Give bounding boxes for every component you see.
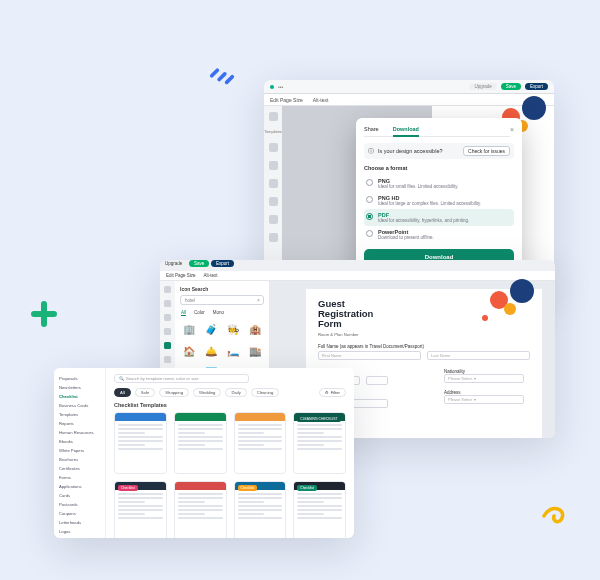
radio-icon xyxy=(366,179,373,186)
rail-elements-icon[interactable] xyxy=(269,143,278,152)
category-item[interactable]: Templates xyxy=(59,410,100,419)
rail-icons-icon[interactable] xyxy=(269,197,278,206)
save-button[interactable]: Save xyxy=(501,83,521,90)
radio-icon xyxy=(366,230,373,237)
category-item[interactable]: Newsletters xyxy=(59,383,100,392)
icon-result[interactable]: 🏬 xyxy=(245,342,264,361)
save-button[interactable]: Save xyxy=(189,260,209,267)
nationality-select[interactable]: Please Select ▾ xyxy=(444,374,524,383)
filter-chip[interactable]: Cleaning xyxy=(251,388,280,397)
icon-result[interactable]: 🛎️ xyxy=(202,342,221,361)
category-item[interactable]: Cards xyxy=(59,491,100,500)
filter-chip-row: AllSafeShoppingWeddingDailyCleaning ⚙Fil… xyxy=(114,388,346,397)
filter-all[interactable]: All xyxy=(181,310,186,316)
topbar-breadcrumb: ••• xyxy=(278,84,283,90)
category-item[interactable]: Postcards xyxy=(59,500,100,509)
filter-color[interactable]: Color xyxy=(194,310,205,316)
rail-images-icon[interactable] xyxy=(164,328,171,335)
upgrade-pill[interactable]: Upgrade xyxy=(469,83,496,90)
format-option-powerpoint[interactable]: PowerPoint Download to present offline. xyxy=(364,226,514,243)
rail-charts-icon[interactable] xyxy=(269,215,278,224)
icon-result[interactable]: 🏨 xyxy=(245,320,264,339)
rail-charts-icon[interactable] xyxy=(164,356,171,363)
icon-result[interactable]: 🧳 xyxy=(202,320,221,339)
rail-elements-icon[interactable] xyxy=(164,300,171,307)
category-item[interactable]: White Papers xyxy=(59,446,100,455)
filter-button[interactable]: ⚙Filter xyxy=(319,388,346,397)
search-icon: 🔍 xyxy=(119,376,124,381)
category-item[interactable]: Certificates xyxy=(59,464,100,473)
accessibility-question: Is your design accessible? xyxy=(378,148,443,154)
upgrade-pill[interactable]: Upgrade xyxy=(160,260,187,267)
filter-chip[interactable]: Daily xyxy=(225,388,246,397)
filter-chip[interactable]: Shopping xyxy=(159,388,189,397)
dob-year-input[interactable] xyxy=(366,376,388,385)
close-icon[interactable]: × xyxy=(510,126,514,133)
format-option-png[interactable]: PNG Ideal for small files. Limited acces… xyxy=(364,175,514,192)
window-toolbar: Edit Page Size Alt-text xyxy=(264,94,554,106)
icon-result[interactable]: 🏠 xyxy=(180,342,199,361)
template-card[interactable]: Checklist xyxy=(234,481,287,538)
template-card[interactable] xyxy=(174,412,227,474)
template-search-input[interactable]: 🔍 Search by template name, color or size xyxy=(114,374,249,383)
alt-text-button[interactable]: Alt-text xyxy=(313,97,329,103)
alt-text-button[interactable]: Alt-text xyxy=(204,273,218,278)
filter-chip[interactable]: All xyxy=(114,388,131,397)
icon-result[interactable]: 🛏️ xyxy=(224,342,243,361)
category-item[interactable]: Letterheads xyxy=(59,518,100,527)
category-item[interactable]: Ebooks xyxy=(59,437,100,446)
filter-chip[interactable]: Wedding xyxy=(193,388,221,397)
tab-share[interactable]: Share xyxy=(364,126,379,132)
filter-chip[interactable]: Safe xyxy=(135,388,156,397)
template-card[interactable] xyxy=(234,412,287,474)
template-card[interactable]: Checklist xyxy=(114,481,167,538)
category-item[interactable]: Checklist xyxy=(59,392,100,401)
rail-text-icon[interactable] xyxy=(164,314,171,321)
template-card[interactable] xyxy=(174,481,227,538)
export-button[interactable]: Export xyxy=(211,260,234,267)
rail-images-icon[interactable] xyxy=(269,179,278,188)
edit-page-size-button[interactable]: Edit Page Size xyxy=(270,97,303,103)
icon-result[interactable]: 🧑‍🍳 xyxy=(224,320,243,339)
last-name-input[interactable]: Last Name xyxy=(427,351,530,360)
radio-icon xyxy=(366,213,373,220)
category-item[interactable]: Business Cards xyxy=(59,401,100,410)
card-tag: Checklist xyxy=(297,485,317,491)
icon-result[interactable]: 🏢 xyxy=(180,320,199,339)
category-item[interactable]: Reports xyxy=(59,419,100,428)
template-card[interactable] xyxy=(114,412,167,474)
format-option-pdf[interactable]: PDF Ideal for accessibility, hyperlinks,… xyxy=(364,209,514,226)
address-select[interactable]: Please Select ▾ xyxy=(444,395,524,404)
category-item[interactable]: Brochures xyxy=(59,455,100,464)
format-option-png-hd[interactable]: PNG HD Ideal for large or complex files.… xyxy=(364,192,514,209)
decoration-plus xyxy=(30,300,58,328)
category-item[interactable]: Forms xyxy=(59,473,100,482)
radio-icon xyxy=(366,196,373,203)
tab-download[interactable]: Download xyxy=(393,126,419,137)
category-item[interactable]: Logos xyxy=(59,527,100,536)
template-card[interactable]: Checklist xyxy=(293,481,346,538)
rail-maps-icon[interactable] xyxy=(269,233,278,242)
accessibility-row: ⓘ Is your design accessible? Check for i… xyxy=(364,143,514,159)
card-tag: Checklist xyxy=(118,485,138,491)
export-button[interactable]: Export xyxy=(525,83,548,90)
category-item[interactable]: Human Resources xyxy=(59,428,100,437)
decoration-squiggle xyxy=(208,60,236,86)
category-item[interactable]: Proposals xyxy=(59,374,100,383)
first-name-input[interactable]: First Name xyxy=(318,351,421,360)
filter-mono[interactable]: Mono xyxy=(213,310,224,316)
category-item[interactable]: Applications xyxy=(59,482,100,491)
template-card[interactable]: CLEANING CHECKLIST xyxy=(293,412,346,474)
icon-filter-tabs: All Color Mono xyxy=(181,310,263,316)
category-item[interactable]: Coupons xyxy=(59,509,100,518)
clear-icon[interactable]: × xyxy=(257,297,260,303)
icon-search-input[interactable]: hotel × xyxy=(180,295,264,305)
rail-icons-icon[interactable] xyxy=(164,342,171,349)
info-icon: ⓘ xyxy=(368,148,374,155)
rail-text-icon[interactable] xyxy=(269,161,278,170)
category-item[interactable]: Labels xyxy=(59,536,100,538)
rail-templates-icon[interactable] xyxy=(164,286,171,293)
rail-templates-icon[interactable] xyxy=(269,112,278,121)
edit-page-size-button[interactable]: Edit Page Size xyxy=(166,273,196,278)
check-issues-button[interactable]: Check for issues xyxy=(463,146,510,156)
